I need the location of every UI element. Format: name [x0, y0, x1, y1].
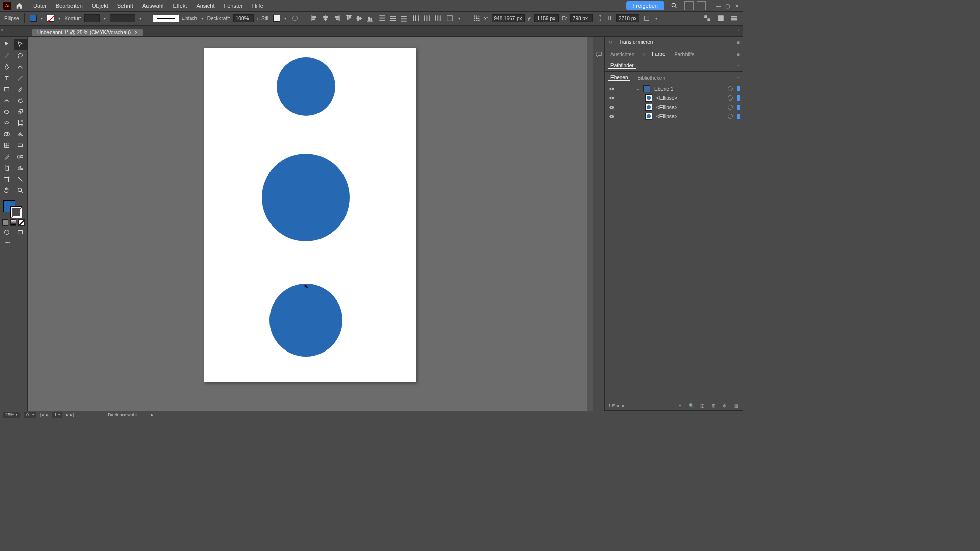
- artboard-last-icon[interactable]: ▸|: [70, 412, 74, 417]
- layer-row[interactable]: ⌄ Ebene 1: [605, 84, 743, 93]
- menu-datei[interactable]: Datei: [29, 0, 51, 11]
- artboard-first-icon[interactable]: |◂: [40, 412, 44, 417]
- toolbar-collapse-arrow-icon[interactable]: »: [1, 28, 3, 32]
- layers-new-layer-icon[interactable]: ⊕: [721, 402, 728, 409]
- visibility-toggle-icon[interactable]: [608, 95, 615, 101]
- share-button[interactable]: Freigeben: [626, 1, 664, 10]
- rotation-input[interactable]: 0°: [24, 412, 36, 418]
- curvature-tool[interactable]: [14, 61, 28, 72]
- layer-item-row[interactable]: <Ellipse>: [605, 103, 743, 112]
- artboard-next-icon[interactable]: ▸: [66, 412, 69, 417]
- align-to-dropdown-icon[interactable]: [457, 16, 461, 20]
- w-input[interactable]: 798 px: [570, 14, 593, 22]
- shape-options-icon[interactable]: [642, 14, 651, 23]
- width-tool[interactable]: [0, 117, 14, 129]
- align-right-icon[interactable]: [332, 14, 341, 23]
- shape-builder-tool[interactable]: [0, 129, 14, 140]
- distribute-bottom-icon[interactable]: [399, 14, 408, 23]
- shaper-tool[interactable]: [0, 95, 14, 106]
- target-icon[interactable]: [728, 95, 733, 101]
- tab-ebenen[interactable]: Ebenen: [608, 74, 630, 81]
- layer-item-row[interactable]: <Ellipse>: [605, 93, 743, 103]
- status-menu-icon[interactable]: ▸: [151, 412, 154, 417]
- x-input[interactable]: 948,1667 px: [492, 14, 525, 22]
- recolor-icon[interactable]: [290, 14, 300, 23]
- canvas-area[interactable]: ⬉: [28, 37, 593, 411]
- stroke-weight-input[interactable]: [84, 14, 100, 22]
- ellipse-shape[interactable]: [277, 57, 335, 116]
- pen-tool[interactable]: [0, 61, 14, 72]
- tab-farbhilfe[interactable]: Farbhilfe: [672, 52, 696, 57]
- stroke-swatch[interactable]: [47, 15, 54, 22]
- distribute-top-icon[interactable]: [378, 14, 387, 23]
- edit-toolbar-icon[interactable]: •••: [0, 238, 27, 247]
- distribute-vcenter-icon[interactable]: [388, 14, 398, 23]
- search-icon[interactable]: [669, 1, 679, 11]
- opacity-input[interactable]: 100%: [233, 14, 254, 22]
- stroke-weight-dropdown-icon[interactable]: [103, 16, 107, 20]
- distribute-hcenter-icon[interactable]: [422, 14, 431, 23]
- panels-collapse-arrow-icon[interactable]: »: [738, 28, 740, 32]
- rectangle-tool[interactable]: [0, 84, 14, 95]
- item-name[interactable]: <Ellipse>: [654, 95, 726, 101]
- type-tool[interactable]: [0, 72, 14, 84]
- document-tab[interactable]: Unbenannt-1* @ 25 % (CMYK/Vorschau) ×: [32, 29, 143, 36]
- screen-mode-icon[interactable]: [14, 227, 28, 238]
- align-top-icon[interactable]: [344, 14, 353, 23]
- menu-ansicht[interactable]: Ansicht: [191, 0, 219, 11]
- none-mode-icon[interactable]: [18, 219, 24, 226]
- artboard[interactable]: ⬉: [204, 48, 416, 382]
- layers-search-icon[interactable]: 🔍: [688, 402, 695, 409]
- workspace-switcher-icon[interactable]: [697, 1, 706, 10]
- artboard-prev-icon[interactable]: ◂: [45, 412, 48, 417]
- scale-tool[interactable]: [14, 106, 28, 117]
- graphic-style-swatch[interactable]: [273, 15, 280, 22]
- layers-clip-mask-icon[interactable]: ◫: [699, 402, 706, 409]
- direct-selection-tool[interactable]: [14, 39, 28, 50]
- mesh-tool[interactable]: [0, 140, 14, 151]
- visibility-toggle-icon[interactable]: [608, 113, 615, 119]
- align-to-selection-icon[interactable]: [445, 14, 454, 23]
- layer-name[interactable]: Ebene 1: [652, 86, 726, 92]
- arrange-documents-icon[interactable]: [684, 1, 694, 10]
- visibility-toggle-icon[interactable]: [608, 104, 615, 110]
- item-name[interactable]: <Ellipse>: [654, 114, 726, 119]
- selection-tool[interactable]: [0, 39, 14, 50]
- distribute-right-icon[interactable]: [433, 14, 442, 23]
- tab-bibliotheken[interactable]: Bibliotheken: [635, 75, 667, 81]
- brush-dropdown-icon[interactable]: [200, 16, 204, 20]
- home-icon[interactable]: [14, 1, 24, 11]
- stroke-dropdown-icon[interactable]: [57, 16, 61, 20]
- slice-tool[interactable]: [14, 173, 28, 185]
- panel-menu-icon[interactable]: ≡: [737, 75, 740, 81]
- menu-fenster[interactable]: Fenster: [219, 0, 247, 11]
- controlbar-menu-icon[interactable]: [729, 14, 739, 23]
- menu-auswahl[interactable]: Auswahl: [138, 0, 168, 11]
- magic-wand-tool[interactable]: [0, 50, 14, 61]
- target-icon[interactable]: [728, 114, 733, 119]
- menu-hilfe[interactable]: Hilfe: [248, 0, 268, 11]
- fill-swatch[interactable]: [30, 15, 37, 22]
- window-close-icon[interactable]: ✕: [733, 3, 740, 8]
- panel-menu-icon[interactable]: ≡: [737, 63, 740, 69]
- line-segment-tool[interactable]: [14, 72, 28, 84]
- eyedropper-tool[interactable]: [0, 151, 14, 162]
- align-vcenter-icon[interactable]: [355, 14, 364, 23]
- menu-objekt[interactable]: Objekt: [87, 0, 113, 11]
- tab-transformieren[interactable]: Transformieren: [617, 39, 655, 45]
- color-mode-icon[interactable]: [2, 219, 8, 226]
- tab-close-icon[interactable]: ×: [135, 30, 138, 35]
- perspective-grid-tool[interactable]: [14, 129, 28, 140]
- tab-ausrichten[interactable]: Ausrichten: [608, 52, 636, 57]
- align-hcenter-icon[interactable]: [321, 14, 330, 23]
- stroke-profile-dropdown-icon[interactable]: [138, 16, 142, 20]
- menu-effekt[interactable]: Effekt: [168, 0, 191, 11]
- align-bottom-icon[interactable]: [365, 14, 375, 23]
- edit-mode-icon[interactable]: [716, 14, 725, 23]
- visibility-toggle-icon[interactable]: [608, 86, 615, 92]
- layer-item-row[interactable]: <Ellipse>: [605, 112, 743, 121]
- column-graph-tool[interactable]: [14, 162, 28, 173]
- lasso-tool[interactable]: [14, 50, 28, 61]
- paintbrush-tool[interactable]: [14, 84, 28, 95]
- layers-delete-icon[interactable]: 🗑: [732, 402, 740, 409]
